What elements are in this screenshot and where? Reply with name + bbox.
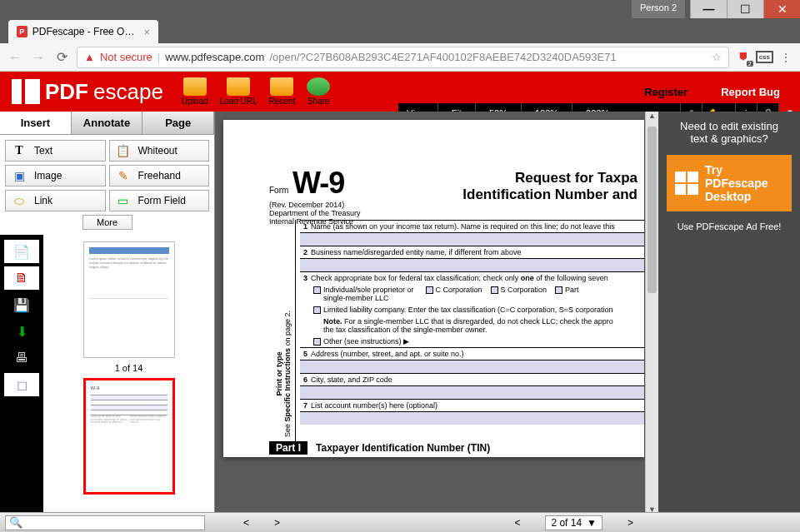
upload-button[interactable]: Upload	[182, 77, 208, 106]
address-bar: ← → ⟳ ▲ Not secure | www.pdfescape.com /…	[0, 43, 800, 72]
desktop-cta-button[interactable]: TryPDFescapeDesktop	[667, 155, 792, 211]
pdf-page[interactable]: Form W-9 (Rev. December 2014) Department…	[223, 120, 644, 457]
security-label: Not secure	[100, 51, 152, 63]
checkbox-s-corp[interactable]	[491, 286, 498, 294]
window-maximize[interactable]: ☐	[727, 0, 763, 18]
page-prev[interactable]: <	[243, 517, 249, 529]
form-fields: 1Name (as shown on your income tax retur…	[300, 220, 644, 425]
pencil-icon: ✎	[115, 167, 132, 184]
security-warning-icon: ▲	[84, 51, 95, 63]
insert-tools: TText 📋Whiteout ▣Image ✎Freehand ⬭Link ▭…	[0, 135, 214, 235]
url-path: /open/?C27B608AB293C4E271AF400102F8AEBE7…	[269, 51, 616, 63]
image-icon: ▣	[11, 167, 28, 184]
load-url-button[interactable]: Load URL	[220, 77, 258, 106]
thumbnail-page-2[interactable]: W-9 Lorem ipsum dolor sit amet consectet…	[83, 378, 175, 495]
extensions: ⛊2 css ⋮	[736, 50, 793, 65]
more-tools-button[interactable]: More	[82, 215, 132, 230]
image-tool[interactable]: ▣Image	[5, 165, 106, 186]
tab-close-icon[interactable]: ×	[143, 26, 150, 38]
folder-clock-icon	[270, 77, 293, 96]
tool-tabs: Insert Annotate Page	[0, 112, 214, 135]
window-close[interactable]: ✕	[763, 0, 800, 18]
nav-back[interactable]: ←	[7, 50, 23, 65]
scrollbar-v-thumb[interactable]	[648, 127, 657, 293]
adfree-link[interactable]: Use PDFescape Ad Free!	[667, 221, 792, 231]
url-input[interactable]: ▲ Not secure | www.pdfescape.com /open/?…	[77, 47, 729, 68]
folder-upload-icon	[183, 77, 207, 96]
freehand-tool[interactable]: ✎Freehand	[109, 165, 210, 186]
form-heading: Request for Taxpa Identification Number …	[462, 170, 638, 203]
scroll-up-icon[interactable]: ▲	[646, 112, 658, 125]
print-icon[interactable]: 🖶	[4, 346, 39, 370]
blank-tool-icon[interactable]: ◻	[4, 373, 39, 396]
checkbox-individual[interactable]	[313, 286, 321, 294]
chevron-down-icon: ▼	[587, 517, 597, 529]
document-canvas[interactable]: Form W-9 (Rev. December 2014) Department…	[215, 112, 658, 519]
windows-icon	[675, 172, 698, 195]
people-share-icon	[307, 77, 330, 96]
paging-bar: 🔍 < > < 2 of 14▼ >	[0, 512, 800, 532]
scrollbar-vertical[interactable]: ▲ ▼	[645, 112, 658, 519]
page-prev2[interactable]: <	[514, 517, 520, 529]
form-title: W-9	[292, 166, 344, 200]
document-icon[interactable]: 🗎	[4, 266, 39, 290]
side-panel: Insert Annotate Page TText 📋Whiteout ▣Im…	[0, 112, 215, 532]
logo-icon	[12, 79, 40, 104]
tab-title: PDFescape - Free Online	[32, 26, 136, 37]
css-ext-icon[interactable]: css	[756, 51, 773, 63]
page-select[interactable]: 2 of 14▼	[545, 515, 602, 530]
window-titlebar: Person 2 — ☐ ✕	[0, 0, 800, 18]
window-minimize[interactable]: —	[690, 0, 727, 18]
save-icon[interactable]: 💾	[4, 293, 39, 316]
pages-view-icon[interactable]: 📄	[4, 240, 39, 263]
checkbox-c-corp[interactable]	[426, 286, 433, 294]
ublock-icon[interactable]: ⛊2	[736, 50, 751, 65]
document-viewer: Form W-9 (Rev. December 2014) Department…	[215, 112, 658, 532]
profile-badge[interactable]: Person 2	[632, 0, 685, 18]
text-tool[interactable]: TText	[5, 140, 106, 162]
checkbox-llc[interactable]	[313, 306, 321, 314]
nav-reload[interactable]: ⟳	[53, 49, 70, 65]
thumb-sidebar: 📄 🗎 💾 ⬇ 🖶 ◻	[0, 235, 43, 532]
whiteout-tool[interactable]: 📋Whiteout	[109, 140, 210, 162]
formfield-tool[interactable]: ▭Form Field	[109, 190, 210, 211]
checkbox-other[interactable]	[313, 338, 321, 346]
bookmark-star-icon[interactable]: ☆	[712, 51, 722, 63]
share-button[interactable]: Share	[307, 77, 330, 106]
form-field-icon: ▭	[115, 192, 132, 209]
page-thumbnails: Lorem ipsum dolor sit amet consectetur a…	[43, 235, 214, 532]
thumbnail-label: 1 of 14	[50, 363, 208, 373]
page-next2[interactable]: >	[628, 517, 633, 529]
checkbox-partnership[interactable]	[555, 286, 562, 294]
thumbnail-page-1[interactable]: Lorem ipsum dolor sit amet consectetur a…	[83, 241, 175, 358]
part1-heading: Part ITaxpayer Identification Number (TI…	[269, 442, 490, 454]
url-host: www.pdfescape.com	[165, 51, 264, 63]
report-bug-link[interactable]: Report Bug	[721, 86, 780, 98]
download-icon[interactable]: ⬇	[4, 320, 39, 343]
folder-globe-icon	[227, 77, 250, 96]
search-input[interactable]: 🔍	[5, 515, 205, 530]
link-icon: ⬭	[11, 192, 28, 209]
browser-menu-icon[interactable]: ⋮	[778, 50, 793, 65]
whiteout-icon: 📋	[115, 142, 132, 159]
browser-tabs: P PDFescape - Free Online ×	[0, 18, 800, 43]
search-icon: 🔍	[9, 516, 22, 529]
favicon-icon: P	[17, 26, 28, 37]
text-icon: T	[11, 142, 28, 159]
register-link[interactable]: Register	[644, 86, 688, 98]
nav-forward[interactable]: →	[30, 50, 47, 65]
tab-annotate[interactable]: Annotate	[72, 112, 143, 134]
browser-tab[interactable]: P PDFescape - Free Online ×	[8, 20, 158, 43]
recent-button[interactable]: Recent	[269, 77, 296, 106]
promo-panel: Need to edit existing text & graphics? T…	[658, 112, 800, 532]
link-tool[interactable]: ⬭Link	[5, 190, 106, 211]
page-next[interactable]: >	[274, 517, 280, 529]
tab-page[interactable]: Page	[142, 112, 214, 134]
tab-insert[interactable]: Insert	[0, 112, 72, 134]
app-logo[interactable]: PDFescape	[0, 79, 175, 105]
